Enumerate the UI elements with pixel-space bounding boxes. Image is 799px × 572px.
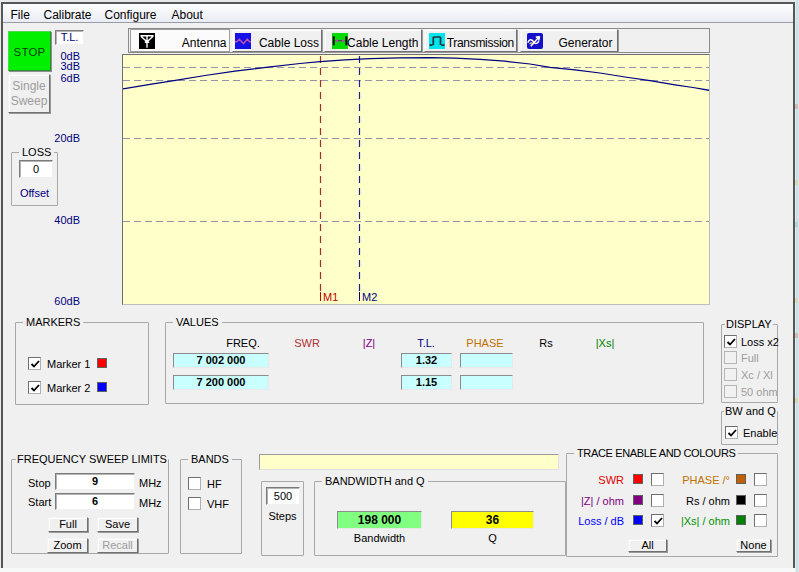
svg-text:M2: M2 — [362, 291, 377, 303]
svg-text:M1: M1 — [323, 291, 338, 303]
